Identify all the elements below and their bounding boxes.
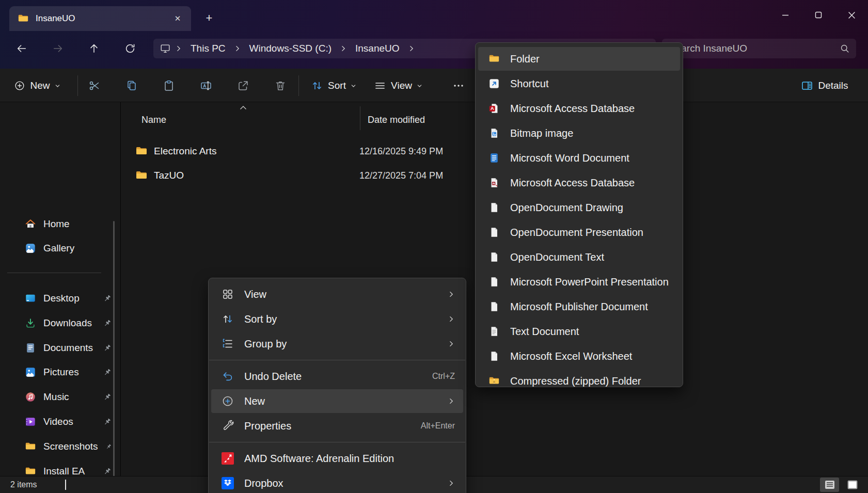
more-icon	[452, 79, 465, 92]
desktop-icon	[25, 293, 36, 304]
sidebar-item-home[interactable]: Home	[25, 214, 112, 234]
submenu-item-folder[interactable]: Folder	[478, 47, 680, 71]
menu-item-label: Dropbox	[244, 478, 437, 489]
word-document-icon	[488, 152, 500, 164]
sidebar-scrollbar[interactable]	[113, 221, 115, 493]
tab-close-icon[interactable]: ✕	[170, 11, 185, 26]
breadcrumb-this-pc[interactable]: This PC	[186, 42, 230, 55]
breadcrumb-chevron[interactable]	[173, 45, 184, 52]
context-menu-item-undo-delete[interactable]: Undo Delete Ctrl+Z	[211, 364, 463, 388]
submenu-item-opendocument-drawing[interactable]: OpenDocument Drawing	[478, 196, 680, 219]
context-menu-item-group-by[interactable]: Group by	[211, 332, 463, 356]
sidebar-item-downloads[interactable]: Downloads	[25, 313, 112, 333]
sidebar-item-desktop[interactable]: Desktop	[25, 288, 112, 309]
sidebar-item-documents[interactable]: Documents	[25, 338, 112, 358]
view-button[interactable]: View	[368, 75, 429, 96]
folder-icon	[25, 441, 36, 452]
sort-button[interactable]: Sort	[306, 75, 361, 96]
chevron-right-icon	[448, 480, 455, 487]
new-tab-button[interactable]: +	[200, 9, 218, 27]
sidebar-item-pictures[interactable]: Pictures	[25, 362, 112, 383]
menu-item-label: Properties	[244, 420, 411, 432]
explorer-tab[interactable]: InsaneUO ✕	[9, 6, 191, 31]
column-divider[interactable]	[360, 106, 360, 130]
breadcrumb-chevron[interactable]	[406, 45, 417, 52]
sidebar-item-gallery[interactable]: Gallery	[25, 238, 112, 259]
submenu-item-word-document[interactable]: Microsoft Word Document	[478, 146, 680, 170]
submenu-item-powerpoint-presentation[interactable]: Microsoft PowerPoint Presentation	[478, 270, 680, 294]
context-menu-item-new[interactable]: New	[211, 389, 463, 413]
context-menu-item-view[interactable]: View	[211, 282, 463, 306]
column-header-name[interactable]: Name	[141, 115, 166, 125]
details-pane-button[interactable]: Details	[795, 75, 855, 96]
menu-shortcut: Ctrl+Z	[432, 372, 455, 381]
new-button-label: New	[30, 80, 50, 91]
minimize-button[interactable]	[769, 0, 802, 30]
access-database-file-icon	[488, 177, 500, 188]
menu-item-label: New	[244, 395, 437, 407]
back-button[interactable]	[11, 39, 32, 58]
sidebar-item-label: Pictures	[43, 367, 79, 378]
breadcrumb-current-folder[interactable]: InsaneUO	[351, 42, 404, 55]
maximize-icon	[815, 11, 822, 19]
sidebar-item-screenshots[interactable]: Screenshots	[25, 436, 112, 457]
context-menu-item-properties[interactable]: Properties Alt+Enter	[211, 414, 463, 438]
this-pc-icon	[160, 43, 171, 54]
submenu-item-bitmap-image[interactable]: Bitmap image	[478, 121, 680, 145]
share-button[interactable]	[232, 75, 255, 96]
large-icons-view-button[interactable]	[843, 478, 862, 492]
breadcrumb-drive[interactable]: Windows-SSD (C:)	[245, 42, 336, 55]
menu-item-label: Microsoft PowerPoint Presentation	[510, 276, 672, 288]
document-icon	[488, 227, 500, 238]
maximize-button[interactable]	[802, 0, 835, 30]
context-menu-item-dropbox[interactable]: Dropbox	[211, 471, 463, 493]
paste-button[interactable]	[157, 75, 180, 96]
rename-button[interactable]	[195, 75, 217, 96]
view-toggles	[820, 478, 862, 492]
more-options-button[interactable]	[445, 75, 472, 96]
up-button[interactable]	[84, 39, 104, 58]
details-view-button[interactable]	[820, 478, 839, 492]
breadcrumb-chevron[interactable]	[232, 45, 243, 52]
new-button[interactable]: New	[11, 75, 64, 96]
submenu-item-compressed-folder[interactable]: Compressed (zipped) Folder	[478, 369, 680, 393]
search-input[interactable]	[668, 42, 840, 55]
forward-button[interactable]	[48, 39, 68, 58]
window-controls	[769, 0, 868, 30]
menu-item-label: Microsoft Excel Worksheet	[510, 351, 672, 362]
trash-icon	[274, 79, 287, 92]
pin-icon	[103, 467, 112, 476]
submenu-item-access-database-2[interactable]: Microsoft Access Database	[478, 171, 680, 195]
search-box[interactable]	[662, 39, 856, 58]
sidebar-item-videos[interactable]: Videos	[25, 411, 112, 432]
submenu-item-excel-worksheet[interactable]: Microsoft Excel Worksheet	[478, 344, 680, 368]
chevron-right-icon	[448, 340, 455, 347]
close-button[interactable]	[835, 0, 868, 30]
submenu-item-opendocument-presentation[interactable]: OpenDocument Presentation	[478, 220, 680, 244]
details-view-icon	[825, 480, 835, 489]
submenu-item-publisher-document[interactable]: Microsoft Publisher Document	[478, 295, 680, 319]
undo-icon	[222, 370, 234, 383]
document-icon	[488, 251, 500, 263]
refresh-button[interactable]	[120, 39, 140, 58]
submenu-item-access-database[interactable]: A Microsoft Access Database	[478, 97, 680, 120]
column-header-date-modified[interactable]: Date modified	[368, 115, 425, 125]
bitmap-image-icon	[488, 128, 500, 139]
submenu-item-shortcut[interactable]: Shortcut	[478, 72, 680, 96]
context-menu-item-sort-by[interactable]: Sort by	[211, 307, 463, 331]
file-name: TazUO	[154, 170, 184, 181]
home-icon	[25, 218, 36, 230]
chevron-down-icon	[351, 83, 356, 89]
submenu-item-text-document[interactable]: Text Document	[478, 320, 680, 343]
cut-button[interactable]	[83, 75, 106, 96]
context-menu-item-amd-software[interactable]: AMD Software: Adrenalin Edition	[211, 447, 463, 470]
copy-button[interactable]	[120, 75, 143, 96]
menu-item-label: Undo Delete	[244, 371, 422, 383]
submenu-item-opendocument-text[interactable]: OpenDocument Text	[478, 245, 680, 269]
chevron-right-icon	[448, 397, 455, 405]
sidebar-item-music[interactable]: Music	[25, 387, 112, 407]
breadcrumb-chevron[interactable]	[338, 45, 349, 52]
delete-button[interactable]	[269, 75, 292, 96]
file-date-modified: 12/16/2025 9:49 PM	[359, 146, 443, 157]
large-icons-view-icon	[847, 480, 858, 489]
